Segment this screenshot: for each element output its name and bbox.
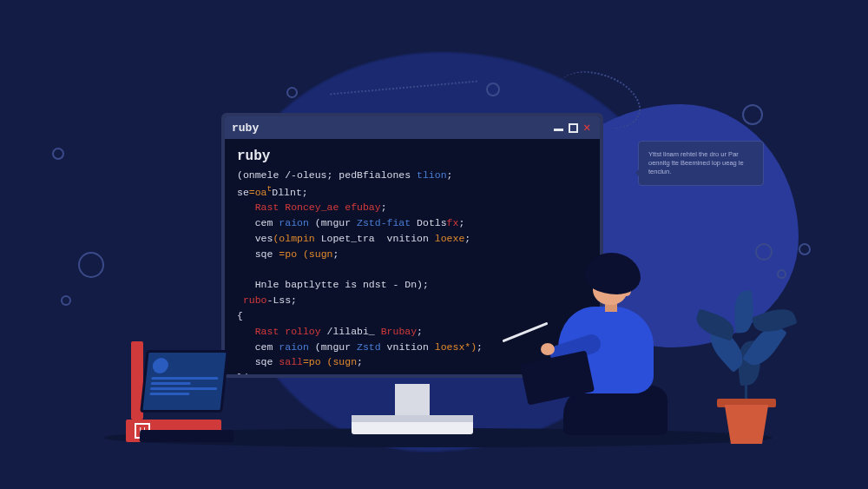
circle-decoration <box>486 83 500 96</box>
circle-decoration <box>777 269 786 279</box>
person-hair <box>584 253 641 294</box>
text-line <box>149 393 190 395</box>
avatar-icon <box>152 358 169 373</box>
circle-decoration <box>742 104 763 125</box>
bubble-text: Yttst linam rehtel the dro ur Par oennit… <box>648 150 744 175</box>
monitor-stand-base <box>352 415 473 434</box>
close-icon[interactable]: ✕ <box>583 123 593 133</box>
circle-decoration <box>61 295 71 306</box>
circle-decoration <box>286 87 298 98</box>
window-title: ruby <box>232 122 259 135</box>
plant <box>703 289 790 402</box>
person-hand <box>541 343 555 355</box>
code-heading: ruby <box>237 149 270 164</box>
text-line <box>151 377 218 380</box>
circle-decoration <box>755 243 773 261</box>
speech-bubble: Yttst linam rehtel the dro ur Par oennit… <box>638 141 764 186</box>
window-titlebar: ruby ✕ <box>225 116 600 139</box>
glasses-icon <box>590 282 616 284</box>
person-illustration <box>525 246 681 446</box>
circle-decoration <box>52 148 64 160</box>
circle-decoration <box>78 252 104 278</box>
laptop <box>143 350 234 437</box>
text-line <box>150 387 217 390</box>
laptop-base <box>140 430 234 442</box>
leaf <box>733 290 754 333</box>
monitor-stand-neck <box>395 384 430 417</box>
circle-decoration <box>799 243 811 255</box>
laptop-screen <box>140 350 229 413</box>
maximize-icon[interactable] <box>569 123 578 133</box>
text-line <box>151 382 192 385</box>
minimize-icon[interactable] <box>554 129 563 131</box>
